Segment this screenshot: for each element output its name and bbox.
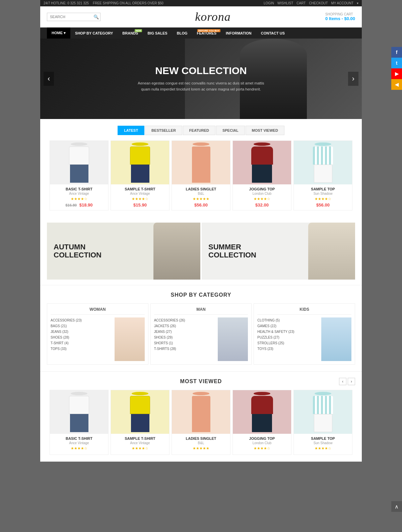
category-item[interactable]: T-SHIRTS (28) xyxy=(154,346,216,352)
woman-inner: ACCESSORIES (23) BAGS (21) JEANS (32) SH… xyxy=(51,317,145,361)
category-item[interactable]: TOPS (33) xyxy=(51,346,113,352)
product-price: $15.90 xyxy=(114,202,166,208)
category-man: MAN ACCESSORIES (26) JACKETS (26) JEANS … xyxy=(150,303,252,365)
tab-bestseller[interactable]: BESTSELLER xyxy=(145,126,182,135)
navigation: HOME ▾ SHOP BY CATEGORY BRANDS NEW BIG S… xyxy=(40,27,362,39)
hero-next-button[interactable]: › xyxy=(348,72,358,86)
search-icon[interactable]: 🔍 xyxy=(93,14,99,19)
category-item[interactable]: BAGS (21) xyxy=(51,323,113,329)
summer-collection-banner[interactable]: SUMMERCOLLECTION xyxy=(202,223,355,280)
autumn-collection-banner[interactable]: AUTUMNCOLLECTION xyxy=(47,223,200,280)
autumn-banner-title: AUTUMNCOLLECTION xyxy=(54,243,102,259)
category-item[interactable]: ACCESSORIES (23) xyxy=(51,317,113,323)
nav-big-sales[interactable]: BIG SALES xyxy=(143,28,172,39)
mv-product-figure xyxy=(67,392,91,432)
category-item[interactable]: T-SHIRT (4) xyxy=(51,340,113,346)
shop-by-category-section: SHOP BY CATEGORY WOMAN ACCESSORIES (23) … xyxy=(40,285,362,371)
mv-product-name: JOGGING TOP xyxy=(236,436,288,440)
nav-shop-by-category[interactable]: SHOP BY CATEGORY xyxy=(70,28,118,39)
category-item[interactable]: ACCESSORIES (26) xyxy=(154,317,216,323)
nav-contact-us[interactable]: CONTACT US xyxy=(256,28,289,39)
most-viewed-next-button[interactable]: › xyxy=(348,378,355,385)
cart-link[interactable]: CART xyxy=(296,1,306,5)
product-card[interactable]: SAMPLE T-SHIRT Ance Vintage ★★★★☆ $15.90 xyxy=(111,140,170,211)
mv-product-stars: ★★★★★ xyxy=(175,446,227,451)
category-item[interactable]: STROLLERS (25) xyxy=(257,340,319,346)
wishlist-link[interactable]: WISHLIST xyxy=(277,1,293,5)
hero-title: NEW COLLECTION xyxy=(137,65,265,76)
category-item[interactable]: JEANS (27) xyxy=(154,329,216,335)
nav-blog[interactable]: BLOG xyxy=(172,28,192,39)
category-item[interactable]: SHOES (29) xyxy=(154,335,216,340)
mv-product-card[interactable]: LADIES SINGLET B&L ★★★★★ xyxy=(172,390,230,455)
product-brand: Ance Vintage xyxy=(114,192,166,195)
category-item[interactable]: PUZZLES (27) xyxy=(257,335,319,340)
kids-category-image xyxy=(321,317,351,361)
product-card[interactable]: SAMPLE TOP Sun Shadow ★★★★☆ $56.00 xyxy=(293,140,352,211)
most-viewed-prev-button[interactable]: ‹ xyxy=(339,378,346,385)
share-button[interactable]: ◀ xyxy=(391,79,402,90)
category-item[interactable]: JACKETS (26) xyxy=(154,323,216,329)
my-account-link[interactable]: MY ACCOUNT xyxy=(331,1,354,5)
autumn-banner-text: AUTUMNCOLLECTION xyxy=(54,243,102,259)
product-image xyxy=(50,141,108,184)
product-card[interactable]: JOGGING TOP London Club ★★★★☆ $32.00 xyxy=(232,140,291,211)
login-link[interactable]: LOGIN xyxy=(264,1,274,5)
nav-brands[interactable]: BRANDS NEW xyxy=(118,28,143,39)
nav-features[interactable]: FEATURES BEFORE YOU BUY xyxy=(192,28,221,39)
category-item[interactable]: SHORTS (1) xyxy=(154,340,216,346)
tab-special[interactable]: SPECIAL xyxy=(216,126,245,135)
tab-featured[interactable]: FEATURED xyxy=(183,126,215,135)
mv-product-brand: London Club xyxy=(236,441,288,445)
category-item[interactable]: GAMES (22) xyxy=(257,323,319,329)
nav-home[interactable]: HOME ▾ xyxy=(47,27,70,39)
product-card[interactable]: LADIES SINGLET B&L ★★★★★ $56.00 xyxy=(172,140,230,211)
top-bar: 24/7 HOTLINE: 0 325 321 325 FREE SHIPPIN… xyxy=(40,0,362,6)
hero-prev-button[interactable]: ‹ xyxy=(44,72,54,86)
category-grid: WOMAN ACCESSORIES (23) BAGS (21) JEANS (… xyxy=(47,303,355,365)
dropdown-icon[interactable]: ▾ xyxy=(357,1,358,5)
mv-product-card[interactable]: SAMPLE TOP Sun Shadow ★★★★☆ xyxy=(293,390,352,455)
new-price: $56.00 xyxy=(194,202,208,208)
hero-text: Aenean egestas congue est nec convallis … xyxy=(137,80,265,92)
twitter-button[interactable]: t xyxy=(391,58,402,68)
product-info: SAMPLE TOP Sun Shadow ★★★★☆ $56.00 xyxy=(294,184,352,210)
product-figure xyxy=(67,142,91,183)
facebook-button[interactable]: f xyxy=(391,47,402,58)
category-item[interactable]: CLOTHING (5) xyxy=(257,317,319,323)
kids-header: KIDS xyxy=(257,307,351,315)
mv-product-image xyxy=(294,390,352,434)
mv-product-card[interactable]: BASIC T-SHIRT Ance Vintage ★★★★☆ xyxy=(50,390,109,455)
tab-latest[interactable]: LATEST xyxy=(118,126,144,135)
mv-product-image xyxy=(50,390,108,434)
mv-product-info: JOGGING TOP London Club ★★★★☆ xyxy=(233,434,291,455)
new-price: $15.90 xyxy=(133,202,147,208)
most-viewed-section: MOST VIEWED ‹ › BASIC T-SHIRT Ance Vi xyxy=(40,371,362,462)
cart-value: 0 Items - $0.00 xyxy=(325,16,355,21)
search-input[interactable] xyxy=(50,15,93,19)
tab-most-viewed[interactable]: MOST VIEWED xyxy=(246,126,284,135)
nav-information[interactable]: INFORMATION xyxy=(221,28,256,39)
category-item[interactable]: SHOES (28) xyxy=(51,335,113,340)
old-price: $16.80 xyxy=(65,203,77,207)
search-box[interactable]: 🔍 xyxy=(47,13,100,21)
product-card[interactable]: BASIC T-SHIRT Ance Vintage ★★★★☆ $16.80 … xyxy=(50,140,109,211)
product-info: LADIES SINGLET B&L ★★★★★ $56.00 xyxy=(172,184,230,210)
product-figure xyxy=(128,142,152,183)
category-item[interactable]: HEALTH & SAFETY (23) xyxy=(257,329,319,335)
mv-product-card[interactable]: JOGGING TOP London Club ★★★★☆ xyxy=(232,390,291,455)
product-stars: ★★★★★ xyxy=(175,197,227,201)
mv-product-card[interactable]: SAMPLE T-SHIRT Ance Vintage ★★★★☆ xyxy=(111,390,170,455)
mv-product-image xyxy=(233,390,291,434)
features-badge: BEFORE YOU BUY xyxy=(197,29,220,32)
category-item[interactable]: JEANS (32) xyxy=(51,329,113,335)
collection-banners: AUTUMNCOLLECTION SUMMERCOLLECTION xyxy=(40,217,362,285)
product-brand: London Club xyxy=(236,192,288,195)
mv-product-image xyxy=(172,390,230,434)
hero-banner: NEW COLLECTION Aenean egestas congue est… xyxy=(40,39,362,119)
category-item[interactable]: TOYS (23) xyxy=(257,346,319,352)
checkout-link[interactable]: CHECKOUT xyxy=(309,1,328,5)
mv-product-figure xyxy=(311,392,335,432)
youtube-button[interactable]: ▶ xyxy=(391,68,402,79)
hero-content: NEW COLLECTION Aenean egestas congue est… xyxy=(137,65,265,92)
